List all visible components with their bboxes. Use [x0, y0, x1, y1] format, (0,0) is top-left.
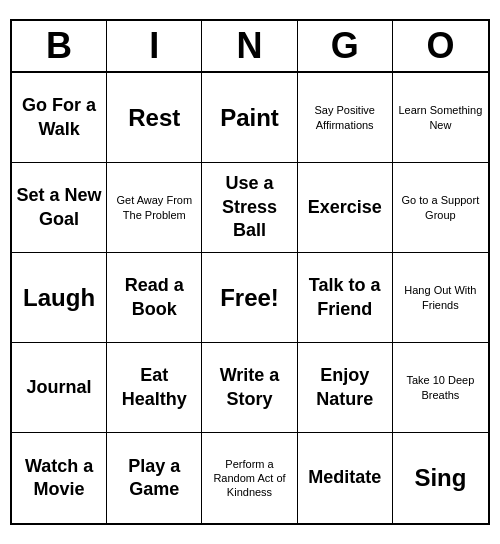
- cell-text-21: Play a Game: [111, 455, 197, 502]
- bingo-cell-18[interactable]: Enjoy Nature: [298, 343, 393, 433]
- bingo-cell-12[interactable]: Free!: [202, 253, 297, 343]
- cell-text-3: Say Positive Affirmations: [302, 103, 388, 132]
- header-letter-g: G: [298, 21, 393, 71]
- cell-text-13: Talk to a Friend: [302, 274, 388, 321]
- cell-text-12: Free!: [220, 282, 279, 313]
- bingo-cell-8[interactable]: Exercise: [298, 163, 393, 253]
- cell-text-8: Exercise: [308, 196, 382, 219]
- cell-text-23: Meditate: [308, 466, 381, 489]
- bingo-cell-17[interactable]: Write a Story: [202, 343, 297, 433]
- bingo-cell-21[interactable]: Play a Game: [107, 433, 202, 523]
- bingo-cell-22[interactable]: Perform a Random Act of Kindness: [202, 433, 297, 523]
- cell-text-4: Learn Something New: [397, 103, 484, 132]
- cell-text-1: Rest: [128, 102, 180, 133]
- bingo-cell-3[interactable]: Say Positive Affirmations: [298, 73, 393, 163]
- header-letter-b: B: [12, 21, 107, 71]
- bingo-cell-24[interactable]: Sing: [393, 433, 488, 523]
- bingo-cell-14[interactable]: Hang Out With Friends: [393, 253, 488, 343]
- header-letter-i: I: [107, 21, 202, 71]
- cell-text-10: Laugh: [23, 282, 95, 313]
- bingo-cell-11[interactable]: Read a Book: [107, 253, 202, 343]
- cell-text-22: Perform a Random Act of Kindness: [206, 457, 292, 500]
- cell-text-18: Enjoy Nature: [302, 364, 388, 411]
- bingo-header: BINGO: [12, 21, 488, 73]
- bingo-card: BINGO Go For a WalkRestPaintSay Positive…: [10, 19, 490, 525]
- cell-text-2: Paint: [220, 102, 279, 133]
- bingo-cell-6[interactable]: Get Away From The Problem: [107, 163, 202, 253]
- cell-text-19: Take 10 Deep Breaths: [397, 373, 484, 402]
- bingo-cell-13[interactable]: Talk to a Friend: [298, 253, 393, 343]
- cell-text-11: Read a Book: [111, 274, 197, 321]
- cell-text-9: Go to a Support Group: [397, 193, 484, 222]
- bingo-cell-5[interactable]: Set a New Goal: [12, 163, 107, 253]
- header-letter-o: O: [393, 21, 488, 71]
- bingo-cell-0[interactable]: Go For a Walk: [12, 73, 107, 163]
- cell-text-15: Journal: [27, 376, 92, 399]
- bingo-cell-10[interactable]: Laugh: [12, 253, 107, 343]
- bingo-cell-19[interactable]: Take 10 Deep Breaths: [393, 343, 488, 433]
- bingo-cell-1[interactable]: Rest: [107, 73, 202, 163]
- cell-text-24: Sing: [414, 462, 466, 493]
- bingo-cell-15[interactable]: Journal: [12, 343, 107, 433]
- cell-text-14: Hang Out With Friends: [397, 283, 484, 312]
- bingo-grid: Go For a WalkRestPaintSay Positive Affir…: [12, 73, 488, 523]
- bingo-cell-9[interactable]: Go to a Support Group: [393, 163, 488, 253]
- cell-text-17: Write a Story: [206, 364, 292, 411]
- cell-text-6: Get Away From The Problem: [111, 193, 197, 222]
- cell-text-5: Set a New Goal: [16, 184, 102, 231]
- cell-text-0: Go For a Walk: [16, 94, 102, 141]
- bingo-cell-16[interactable]: Eat Healthy: [107, 343, 202, 433]
- bingo-cell-7[interactable]: Use a Stress Ball: [202, 163, 297, 253]
- cell-text-7: Use a Stress Ball: [206, 172, 292, 242]
- header-letter-n: N: [202, 21, 297, 71]
- bingo-cell-20[interactable]: Watch a Movie: [12, 433, 107, 523]
- cell-text-16: Eat Healthy: [111, 364, 197, 411]
- bingo-cell-4[interactable]: Learn Something New: [393, 73, 488, 163]
- cell-text-20: Watch a Movie: [16, 455, 102, 502]
- bingo-cell-2[interactable]: Paint: [202, 73, 297, 163]
- bingo-cell-23[interactable]: Meditate: [298, 433, 393, 523]
